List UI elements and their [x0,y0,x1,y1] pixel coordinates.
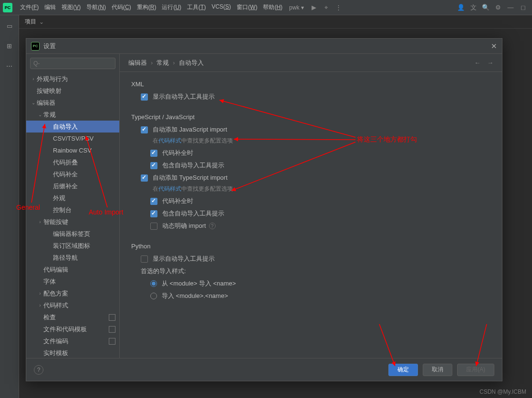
menu-item[interactable]: 运行(U) [159,3,184,11]
main-menubar: PC 文件(F)编辑视图(V)导航(N)代码(C)重构(R)运行(U)工具(T)… [0,0,532,15]
project-name[interactable]: pwk ▾ [285,4,308,11]
app-logo-icon: PC [3,3,12,12]
menu-item[interactable]: 视图(V) [59,3,83,11]
square-icon[interactable]: ◻ [517,1,529,14]
settings-search-box[interactable] [30,58,115,69]
tree-item[interactable]: 检查 [26,311,119,323]
add-ts-import-label: 自动添加 TypeScript import [153,173,228,182]
xml-section-title: XML [131,81,490,88]
tree-item[interactable]: 文件和代码模板 [26,323,119,335]
tree-item[interactable]: 代码折叠 [26,156,119,168]
ts-tooltip-label: 包含自动导入工具提示 [162,209,224,218]
menu-item[interactable]: 工具(T) [184,3,209,11]
js-tooltip-checkbox[interactable] [150,162,157,169]
ts-tooltip-checkbox[interactable] [150,210,157,217]
js-completion-label: 代码补全时 [162,149,193,157]
tree-item[interactable]: ⌄常规 [26,109,119,121]
ts-codestyle-hint: 在代码样式中查找更多配置选项 [131,185,490,193]
tree-item[interactable]: 代码编辑 [26,264,119,276]
xml-show-tooltip-checkbox[interactable] [141,93,148,101]
project-label: 项目 [25,18,36,26]
tree-item[interactable]: Rainbow CSV [26,144,119,156]
add-ts-import-checkbox[interactable] [141,174,148,182]
menu-item[interactable]: 文件(F) [17,3,42,11]
tree-item[interactable]: 自动导入 [26,121,119,133]
tsjs-section-title: TypeScript / JavaScript [131,113,490,121]
close-icon[interactable]: ✕ [491,42,497,51]
forward-arrow-icon[interactable]: → [487,59,493,66]
add-js-import-checkbox[interactable] [141,126,148,133]
search-input[interactable] [33,60,112,67]
js-codestyle-hint: 在代码样式中查找更多配置选项 [131,137,490,145]
ts-completion-label: 代码补全时 [162,197,193,205]
translate-icon[interactable]: 文 [467,1,480,14]
ts-completion-checkbox[interactable] [150,198,157,205]
tree-item[interactable]: ›智能按键 [26,216,119,228]
chevron-down-icon: ⌄ [39,19,44,25]
menu-item[interactable]: 重构(R) [134,3,159,11]
dialog-title: 设置 [43,42,56,51]
tree-item[interactable]: 文件编码 [26,335,119,347]
tree-item[interactable]: CSV/TSV/PSV [26,133,119,144]
tree-item[interactable]: ›外观与行为 [26,73,119,85]
import-style-label-2: 导入 <module>.<name> [162,292,228,300]
tree-item[interactable]: 编辑器标签页 [26,228,119,240]
menu-item[interactable]: VCS(S) [209,3,234,11]
tree-item[interactable]: 字体 [26,276,119,287]
dynamic-import-checkbox[interactable] [150,223,157,230]
python-pref-label: 首选的导入样式: [141,267,186,276]
add-user-icon[interactable]: 👤 [455,1,467,14]
crumb-editor[interactable]: 编辑器 [128,59,147,67]
tree-item[interactable]: 后缀补全 [26,180,119,192]
more-icon[interactable]: ⋮ [333,1,345,14]
settings-tree-pane: ›外观与行为按键映射⌄编辑器⌄常规自动导入CSV/TSV/PSVRainbow … [26,54,120,358]
tree-item[interactable]: 按键映射 [26,85,119,97]
help-button[interactable]: ? [34,365,43,375]
ok-button[interactable]: 确定 [388,364,418,376]
debug-icon[interactable]: ⌖ [320,1,333,14]
breadcrumb: 编辑器 › 常规 › 自动导入 ← → [120,54,502,72]
menu-item[interactable]: 帮助(H) [260,3,285,11]
codestyle-link[interactable]: 代码样式 [158,137,181,144]
project-badge-icon [109,326,115,333]
tree-item[interactable]: 实时模板 [26,347,119,358]
structure-icon[interactable]: ⊞ [4,40,15,51]
menu-item[interactable]: 窗口(W) [234,3,260,11]
tree-item[interactable]: 装订区域图标 [26,240,119,252]
import-style-label-1: 从 <module> 导入 <name> [162,279,236,288]
tree-item[interactable]: ⌄编辑器 [26,97,119,109]
settings-gear-icon[interactable]: ⚙ [492,1,504,14]
minimize-icon[interactable]: — [504,1,517,14]
cancel-button[interactable]: 取消 [423,364,452,376]
xml-show-tooltip-label: 显示自动导入工具提示 [153,92,215,101]
tree-item[interactable]: 外观 [26,192,119,204]
add-js-import-label: 自动添加 JavaScript import [153,125,227,134]
python-tooltip-checkbox[interactable] [141,255,148,263]
menu-item[interactable]: 代码(C) [109,3,134,11]
import-style-radio-2[interactable] [150,293,157,299]
more-icon[interactable]: ⋯ [4,60,15,71]
python-section-title: Python [131,243,490,250]
menu-item[interactable]: 导航(N) [83,3,109,11]
folder-icon[interactable]: ▭ [4,20,15,31]
crumb-autoimport: 自动导入 [179,59,204,67]
tree-item[interactable]: 路径导航 [26,252,119,264]
apply-button[interactable]: 应用(A) [457,364,494,376]
project-badge-icon [109,314,115,321]
tree-item[interactable]: ›配色方案 [26,287,119,299]
codestyle-link-2[interactable]: 代码样式 [158,185,181,192]
tree-item[interactable]: 代码补全 [26,168,119,180]
settings-tree[interactable]: ›外观与行为按键映射⌄编辑器⌄常规自动导入CSV/TSV/PSVRainbow … [26,73,119,358]
back-arrow-icon[interactable]: ← [474,59,480,66]
crumb-general[interactable]: 常规 [156,59,169,67]
help-icon[interactable]: ? [209,223,216,229]
tree-item[interactable]: 控制台 [26,204,119,216]
import-style-radio-1[interactable] [150,280,157,287]
project-toolbar[interactable]: 项目 ⌄ [19,15,532,29]
search-icon[interactable]: 🔍 [480,1,492,14]
menu-item[interactable]: 编辑 [42,3,59,11]
tree-item[interactable]: ›代码样式 [26,299,119,311]
js-completion-checkbox[interactable] [150,150,157,157]
js-tooltip-label: 包含自动导入工具提示 [162,161,224,170]
run-icon[interactable]: ▶ [308,1,320,14]
